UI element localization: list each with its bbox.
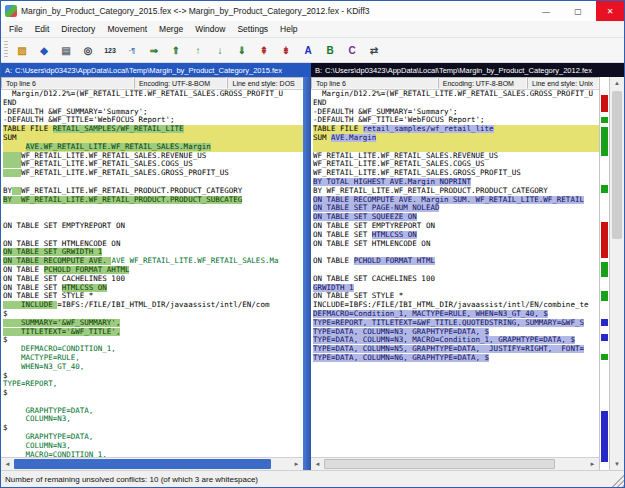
- pane-a-hscrollbar[interactable]: ◄ ►: [1, 457, 303, 470]
- show-line-numbers-icon[interactable]: 123: [100, 40, 120, 60]
- code-line[interactable]: [313, 442, 599, 451]
- pane-b-hscroll-thumb[interactable]: [324, 459, 555, 469]
- go-next-delta-icon[interactable]: ↓: [210, 40, 230, 60]
- code-line[interactable]: ON TABLE RECOMPUTE AVE. Margin SUM. WF_R…: [313, 196, 599, 205]
- overview-diff-mark[interactable]: [601, 117, 608, 123]
- code-line[interactable]: ON TABLE PCHOLD FORMAT HTML: [313, 257, 599, 266]
- code-line[interactable]: [313, 380, 599, 389]
- code-line[interactable]: [313, 248, 599, 257]
- code-line[interactable]: [313, 398, 599, 407]
- code-line[interactable]: END: [3, 99, 303, 108]
- code-line[interactable]: ON TABLE PCHOLD FORMAT AHTML: [3, 266, 303, 275]
- overview-diff-mark[interactable]: [601, 354, 608, 360]
- code-line[interactable]: WF_RETAIL_LITE.WF_RETAIL_SALES.GROSS_PRO…: [3, 169, 303, 178]
- select-line-c-icon[interactable]: C: [342, 40, 362, 60]
- code-line[interactable]: GRWIDTH 1: [313, 284, 599, 293]
- pane-a-hscroll-thumb[interactable]: [14, 459, 271, 469]
- menu-merge[interactable]: Merge: [153, 22, 189, 36]
- code-line[interactable]: [3, 398, 303, 407]
- code-line[interactable]: INCLUDE=IBFS:/FILE/IBI_HTML_DIR/javaassi…: [313, 301, 599, 310]
- code-line[interactable]: SUM: [3, 134, 303, 143]
- overview-diff-mark[interactable]: [601, 319, 608, 326]
- menu-window[interactable]: Window: [189, 22, 231, 36]
- code-line[interactable]: TABLE FILE retail_samples/wf_retail_lite: [313, 125, 599, 134]
- code-line[interactable]: [313, 433, 599, 442]
- code-line[interactable]: AVE.WF_RETAIL_LITE.WF_RETAIL_SALES.Margi…: [3, 143, 303, 152]
- pane-b-hscrollbar[interactable]: ◄ ►: [311, 457, 599, 470]
- code-line[interactable]: DEFMACRO=CONDITION_1,: [3, 345, 303, 354]
- code-line[interactable]: ON TABLE SET HTMLENCODE ON: [313, 240, 599, 249]
- code-line[interactable]: $: [3, 336, 303, 345]
- code-line[interactable]: -DEFAULTH &WF_SUMMARY='Summary';: [313, 108, 599, 117]
- code-line[interactable]: WF_RETAIL_LITE.WF_RETAIL_SALES.COGS_US: [3, 160, 303, 169]
- code-line[interactable]: TITLETEXT='&WF_TITLE',: [3, 328, 303, 337]
- code-line[interactable]: GRAPHTYPE=DATA,: [3, 407, 303, 416]
- code-line[interactable]: [313, 407, 599, 416]
- code-line[interactable]: Margin/D12.2%=(WF_RETAIL_LITE.WF_RETAIL_…: [313, 90, 599, 99]
- overview-diff-mark[interactable]: [601, 127, 608, 157]
- toolbar-handle[interactable]: [4, 41, 8, 59]
- overview-diff-mark[interactable]: [601, 334, 608, 341]
- go-next-conflict-icon[interactable]: ⇟: [276, 40, 296, 60]
- code-line[interactable]: BY WF_RETAIL_LITE.WF_RETAIL_PRODUCT.PROD…: [3, 187, 303, 196]
- code-line[interactable]: -DEFAULTH &WF_SUMMARY='Summary';: [3, 108, 303, 117]
- scroll-down-icon[interactable]: ▼: [610, 458, 624, 470]
- pane-a-text[interactable]: Margin/D12.2%=(WF_RETAIL_LITE.WF_RETAIL_…: [1, 90, 303, 457]
- code-line[interactable]: ON TABLE SET GRWIDTH 1: [3, 248, 303, 257]
- scroll-right-icon[interactable]: ►: [290, 458, 303, 470]
- split-diff-icon[interactable]: ⇄: [364, 40, 384, 60]
- pane-a-hscroll-track[interactable]: [14, 458, 290, 470]
- scroll-up-icon[interactable]: ▲: [610, 77, 624, 89]
- code-line[interactable]: $: [3, 424, 303, 433]
- save-icon[interactable]: ◆: [34, 40, 54, 60]
- close-button[interactable]: ✕: [596, 1, 624, 21]
- scroll-right-icon[interactable]: ►: [586, 458, 599, 470]
- code-line[interactable]: END: [313, 99, 599, 108]
- code-line[interactable]: INCLUDE =IBFS:/FILE/IBI_HTML_DIR/javaass…: [3, 301, 303, 310]
- code-line[interactable]: TYPE=DATA, COLUMN=N3, MACRO=Condition_1,…: [313, 336, 599, 345]
- go-first-delta-icon[interactable]: ⇑: [166, 40, 186, 60]
- overview-diff-mark[interactable]: [601, 222, 608, 257]
- code-line[interactable]: [3, 213, 303, 222]
- code-line[interactable]: ON TABLE SET EMPTYREPORT ON: [3, 222, 303, 231]
- code-line[interactable]: TABLE FILE RETAIL_SAMPLES/WF_RETAIL_LITE: [3, 125, 303, 134]
- maximize-button[interactable]: ▢: [564, 1, 592, 21]
- code-line[interactable]: BY WF_RETAIL_LITE.WF_RETAIL_PRODUCT.PROD…: [313, 187, 599, 196]
- code-line[interactable]: BY TOTAL HIGHEST AVE.Margin NOPRINT: [313, 178, 599, 187]
- code-line[interactable]: -DEFAULTH &WF_TITLE='WebFOCUS Report';: [313, 116, 599, 125]
- code-line[interactable]: ON TABLE SET SQUEEZE ON: [313, 213, 599, 222]
- resize-grip[interactable]: [612, 475, 624, 487]
- code-line[interactable]: [313, 424, 599, 433]
- go-prev-conflict-icon[interactable]: ⇞: [254, 40, 274, 60]
- code-line[interactable]: $: [3, 310, 303, 319]
- overview-diff-mark[interactable]: [601, 291, 608, 301]
- code-line[interactable]: [313, 415, 599, 424]
- menu-movement[interactable]: Movement: [101, 22, 153, 36]
- code-line[interactable]: WF_RETAIL_LITE.WF_RETAIL_SALES.GROSS_PRO…: [313, 169, 599, 178]
- code-line[interactable]: BY WF_RETAIL_LITE.WF_RETAIL_PRODUCT.PROD…: [3, 196, 303, 205]
- overview-diff-mark[interactable]: [601, 95, 608, 113]
- code-line[interactable]: [313, 389, 599, 398]
- go-last-delta-icon[interactable]: ⇓: [232, 40, 252, 60]
- code-line[interactable]: [3, 178, 303, 187]
- pane-splitter[interactable]: [303, 77, 311, 470]
- code-line[interactable]: TYPE=REPORT,: [3, 380, 303, 389]
- find-icon[interactable]: ◎: [78, 40, 98, 60]
- code-line[interactable]: ON TABLE RECOMPUTE AVE. AVE WF_RETAIL_LI…: [3, 257, 303, 266]
- overview-diff-mark[interactable]: [601, 262, 608, 278]
- code-line[interactable]: [3, 231, 303, 240]
- overview-diff-mark[interactable]: [601, 411, 608, 462]
- pane-b-hscroll-track[interactable]: [324, 458, 586, 470]
- show-whitespace-icon[interactable]: ·¶: [122, 40, 142, 60]
- code-line[interactable]: [313, 143, 599, 152]
- print-icon[interactable]: ▤: [56, 40, 76, 60]
- code-line[interactable]: [313, 266, 599, 275]
- code-line[interactable]: TYPE=DATA, COLUMN=N3, GRAPHTYPE=DATA, $: [313, 328, 599, 337]
- code-line[interactable]: $: [3, 372, 303, 381]
- vscroll-track[interactable]: [610, 89, 624, 458]
- pane-b-titlebar[interactable]: B: C:\Users\dp03423\AppData\Local\Temp\M…: [311, 63, 624, 77]
- code-line[interactable]: WF_RETAIL_LITE.WF_RETAIL_SALES.REVENUE_U…: [313, 152, 599, 161]
- code-line[interactable]: ON TABLE SET CACHELINES 100: [3, 275, 303, 284]
- select-line-b-icon[interactable]: B: [320, 40, 340, 60]
- code-line[interactable]: [313, 363, 599, 372]
